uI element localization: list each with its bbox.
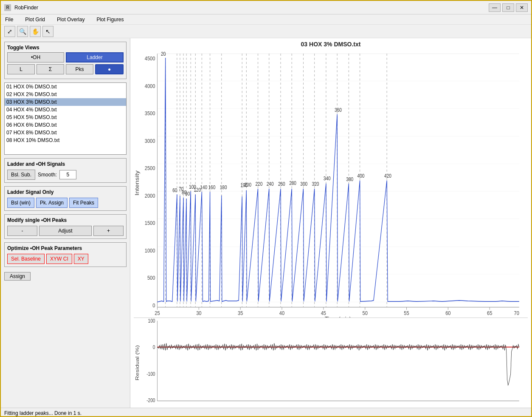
ladder-signal-title: Ladder Signal Only [7, 189, 124, 195]
svg-text:4500: 4500 [145, 55, 155, 62]
file-item-4[interactable]: 05 HOX 5% DMSO.txt [5, 113, 126, 121]
maximize-button[interactable]: □ [502, 3, 514, 12]
pan-icon[interactable]: ✋ [30, 26, 41, 37]
adjust-button[interactable]: Adjust [39, 226, 92, 236]
svg-text:40: 40 [279, 310, 284, 316]
l-toggle[interactable]: L [7, 64, 35, 74]
file-item-6[interactable]: 07 HOX 8% DMSO.txt [5, 129, 126, 136]
residual-chart: Residual (%) 100 0 -100 [134, 318, 528, 408]
svg-text:1000: 1000 [145, 247, 155, 254]
file-item-2[interactable]: 03 HOX 3% DMSO.txt [5, 98, 126, 106]
xyw-ci-button[interactable]: XYW CI [46, 254, 72, 264]
zoom-reset-icon[interactable]: ⤢ [4, 26, 15, 37]
menu-plot-figures[interactable]: Plot Figures [94, 16, 126, 23]
svg-text:400: 400 [357, 173, 365, 179]
svg-text:3000: 3000 [145, 138, 155, 144]
modify-title: Modify single •OH Peaks [7, 217, 124, 223]
svg-text:25: 25 [155, 310, 160, 316]
chart-area: 03 HOX 3% DMSO.txt Intensity [130, 38, 531, 408]
residual-chart-svg: Residual (%) 100 0 -100 [134, 318, 528, 408]
sel-baseline-button[interactable]: Sel. Baseline [7, 254, 45, 264]
svg-text:2000: 2000 [145, 193, 155, 199]
svg-text:35: 35 [238, 310, 243, 316]
minus-button[interactable]: - [7, 226, 37, 236]
ladder-oh-section: Ladder and •OH Signals Bsl. Sub. Smooth: [4, 158, 127, 183]
svg-text:Time (min): Time (min) [325, 316, 351, 318]
svg-text:60: 60 [445, 310, 450, 316]
svg-text:70: 70 [514, 310, 519, 316]
svg-text:0: 0 [153, 343, 155, 350]
file-item-3[interactable]: 04 HOX 4% DMSO.txt [5, 106, 126, 113]
svg-text:4000: 4000 [145, 83, 155, 89]
menu-plot-grid[interactable]: Plot Grid [23, 16, 48, 23]
file-item-1[interactable]: 02 HOX 2% DMSO.txt [5, 91, 126, 98]
svg-text:180: 180 [220, 184, 227, 190]
menu-plot-overlay[interactable]: Plot Overlay [54, 16, 87, 23]
sigma-toggle[interactable]: Σ [37, 64, 64, 74]
svg-text:300: 300 [300, 181, 307, 187]
svg-text:-100: -100 [146, 370, 155, 377]
optimize-buttons: Sel. Baseline XYW CI XY [7, 254, 124, 264]
window-controls: — □ ✕ [489, 3, 528, 12]
svg-text:90: 90 [185, 191, 190, 196]
svg-text:160: 160 [208, 184, 216, 190]
oh-toggle[interactable]: •OH [7, 52, 64, 62]
assign-button[interactable]: Assign [4, 272, 31, 281]
smooth-label: Smooth: [38, 172, 57, 178]
file-item-5[interactable]: 06 HOX 6% DMSO.txt [5, 121, 126, 129]
toggle-views-title: Toggle Views [7, 45, 124, 51]
bsl-win-button[interactable]: Bsl (win) [7, 198, 34, 208]
main-chart-svg: Intensity [134, 48, 528, 318]
dot-toggle[interactable]: ● [95, 64, 124, 74]
optimize-title: Optimize •OH Peak Parameters [7, 245, 124, 251]
fit-peaks-button[interactable]: Fit Peaks [69, 198, 98, 208]
pk-assign-button[interactable]: Pk. Assign [36, 198, 68, 208]
status-text: Fitting ladder peaks... Done in 1 s. [4, 410, 82, 416]
svg-text:Intensity: Intensity [134, 170, 140, 196]
status-bar: Fitting ladder peaks... Done in 1 s. [1, 408, 531, 417]
svg-text:65: 65 [487, 310, 492, 316]
svg-text:280: 280 [289, 180, 296, 186]
svg-text:50: 50 [363, 310, 368, 316]
svg-text:220: 220 [255, 181, 262, 187]
svg-text:500: 500 [147, 275, 155, 281]
svg-text:380: 380 [346, 176, 353, 182]
file-list[interactable]: 01 HOX 0% DMSO.txt 02 HOX 2% DMSO.txt 03… [4, 82, 127, 155]
smooth-input[interactable] [59, 170, 76, 179]
svg-text:3500: 3500 [145, 110, 155, 116]
ladder-signal-section: Ladder Signal Only Bsl (win) Pk. Assign … [4, 186, 127, 211]
svg-text:20: 20 [161, 51, 166, 57]
smooth-row: Bsl. Sub. Smooth: [7, 170, 124, 180]
pks-toggle[interactable]: Pks [66, 64, 93, 74]
main-chart: Intensity [134, 48, 528, 318]
svg-text:Residual (%): Residual (%) [135, 345, 140, 380]
svg-text:140: 140 [200, 184, 207, 190]
plus-button[interactable]: + [93, 226, 124, 236]
close-button[interactable]: ✕ [516, 3, 528, 12]
minimize-button[interactable]: — [489, 3, 501, 12]
modify-section: Modify single •OH Peaks - Adjust + [4, 214, 127, 239]
main-area: Toggle Views •OH Ladder L Σ Pks ● 01 HOX… [1, 38, 531, 408]
optimize-section: Optimize •OH Peak Parameters Sel. Baseli… [4, 242, 127, 267]
ladder-oh-title: Ladder and •OH Signals [7, 161, 124, 167]
toolbar: ⤢ 🔍 ✋ ↖ [1, 25, 531, 38]
cursor-icon[interactable]: ↖ [42, 26, 53, 37]
bsl-sub-button[interactable]: Bsl. Sub. [7, 170, 35, 180]
app-icon: R [4, 4, 11, 11]
toggle-row-1: •OH Ladder [7, 52, 124, 62]
ladder-signal-buttons: Bsl (win) Pk. Assign Fit Peaks [7, 198, 124, 208]
toggle-row-2: L Σ Pks ● [7, 64, 124, 74]
svg-text:360: 360 [335, 107, 342, 113]
file-item-0[interactable]: 01 HOX 0% DMSO.txt [5, 83, 126, 91]
svg-text:200: 200 [244, 182, 251, 187]
svg-text:-200: -200 [146, 397, 155, 403]
xy-button[interactable]: XY [74, 254, 88, 264]
file-item-7[interactable]: 08 HOX 10% DMSO.txt [5, 136, 126, 144]
menu-file[interactable]: File [3, 16, 16, 23]
svg-text:30: 30 [196, 310, 201, 316]
app-title: RobFinder [14, 5, 485, 11]
zoom-in-icon[interactable]: 🔍 [17, 26, 28, 37]
ladder-toggle[interactable]: Ladder [66, 52, 124, 62]
svg-text:320: 320 [312, 181, 319, 187]
charts-container: Intensity [130, 48, 531, 408]
